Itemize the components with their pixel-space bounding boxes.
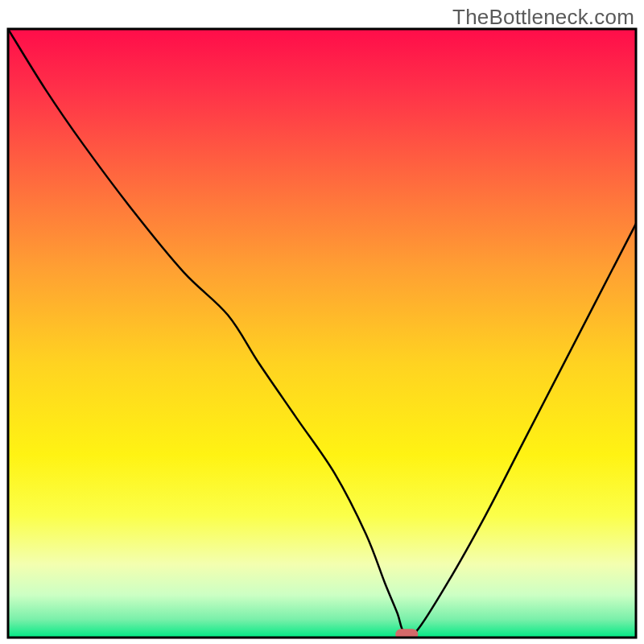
bottleneck-chart: TheBottleneck.com xyxy=(0,0,644,644)
chart-svg xyxy=(0,0,644,644)
watermark-text: TheBottleneck.com xyxy=(452,5,634,30)
plot-background xyxy=(8,29,636,638)
